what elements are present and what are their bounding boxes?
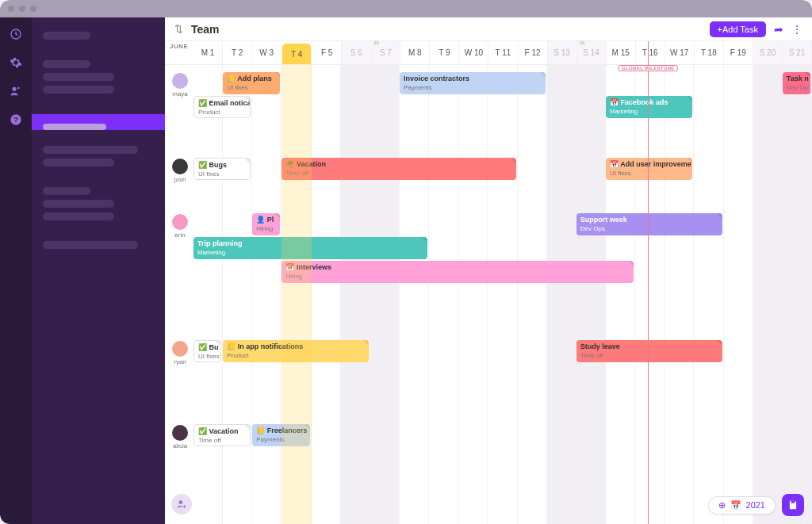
avatar[interactable] bbox=[172, 73, 188, 89]
task-card[interactable]: 📒 Add plansUI fixes bbox=[223, 72, 280, 94]
zoom-icon: ⊕ bbox=[718, 500, 726, 511]
task-card[interactable]: Support weekDev Ops bbox=[576, 213, 722, 235]
nav-item[interactable] bbox=[43, 159, 114, 166]
avatar[interactable] bbox=[172, 341, 188, 357]
window-min-icon[interactable] bbox=[19, 6, 25, 12]
task-tag: UI fixes bbox=[610, 169, 688, 178]
year-label: 2021 bbox=[746, 500, 765, 510]
task-card[interactable]: ✅ BugsUI fixes bbox=[193, 158, 251, 180]
nav-item[interactable] bbox=[43, 241, 138, 249]
person-name: alicia bbox=[168, 442, 192, 449]
task-tag: Marketing bbox=[610, 107, 688, 116]
nav-item[interactable] bbox=[43, 146, 138, 154]
day-header[interactable]: F 5 bbox=[312, 41, 342, 64]
day-header[interactable]: T 11 bbox=[488, 41, 518, 64]
add-person-button[interactable] bbox=[171, 494, 192, 514]
task-card[interactable]: ✅ Email noticaProduct bbox=[193, 96, 251, 118]
day-header[interactable]: F 19 bbox=[724, 41, 753, 64]
day-header[interactable]: S 21 bbox=[783, 41, 812, 64]
day-header[interactable]: W 17 bbox=[665, 41, 695, 64]
share-icon[interactable]: ➦ bbox=[774, 23, 783, 36]
help-icon[interactable]: ? bbox=[9, 113, 23, 127]
task-card[interactable]: 📅 InterviewsHiring bbox=[282, 261, 634, 283]
day-header[interactable]: M 8 bbox=[400, 41, 430, 64]
day-header-row: M 1T 2W 3T 4F 5S 6S 735M 8T 9W 10T 11F 1… bbox=[165, 41, 812, 65]
sidebar-rail: ? bbox=[0, 17, 32, 524]
avatar[interactable] bbox=[172, 159, 188, 174]
day-header[interactable]: T 2 bbox=[223, 41, 252, 64]
task-card[interactable]: 📅 Add user improvemeUI fixes bbox=[606, 158, 692, 180]
nav-item[interactable] bbox=[43, 73, 114, 81]
window-close-icon[interactable] bbox=[8, 6, 14, 12]
task-card[interactable]: ✅ VacationTime off bbox=[193, 424, 251, 446]
save-button[interactable] bbox=[782, 494, 804, 516]
nav-item[interactable] bbox=[43, 32, 90, 40]
nav-item[interactable] bbox=[43, 60, 90, 68]
nav-panel bbox=[32, 17, 165, 524]
person-name: ryan bbox=[168, 358, 192, 365]
svg-point-1 bbox=[12, 87, 16, 91]
task-title: 📅 Facebook ads bbox=[610, 98, 688, 107]
day-header[interactable]: T 9 bbox=[430, 41, 459, 64]
task-card[interactable]: Task nDev Op bbox=[783, 72, 810, 94]
day-header[interactable]: M 1 bbox=[193, 41, 223, 64]
day-header[interactable]: S 13 bbox=[548, 41, 577, 64]
svg-rect-6 bbox=[791, 501, 795, 503]
avatar[interactable] bbox=[172, 425, 188, 441]
task-card[interactable]: 📅 Facebook adsMarketing bbox=[606, 96, 692, 118]
calendar-icon: 📅 bbox=[730, 500, 741, 511]
day-header[interactable]: T 16 bbox=[636, 41, 665, 64]
task-tag: UI fixes bbox=[198, 352, 216, 361]
page-title: Team bbox=[191, 23, 220, 36]
task-tag: Time off bbox=[580, 351, 718, 360]
filter-icon[interactable]: ⇅ bbox=[174, 23, 183, 35]
add-task-button[interactable]: +Add Task bbox=[710, 21, 766, 37]
task-card[interactable]: 🌴 VacationTime off bbox=[282, 158, 515, 180]
task-title: ✅ Vacation bbox=[198, 426, 246, 436]
task-card[interactable]: 👤 PlHiring bbox=[252, 213, 280, 235]
avatar[interactable] bbox=[172, 214, 188, 230]
day-header[interactable]: T 4 bbox=[282, 44, 312, 64]
task-title: 📅 Interviews bbox=[285, 262, 630, 272]
nav-item[interactable] bbox=[43, 200, 114, 208]
svg-point-5 bbox=[179, 500, 183, 504]
task-card[interactable]: Study leaveTime off bbox=[576, 340, 722, 362]
day-header[interactable]: S 20 bbox=[753, 41, 783, 64]
day-header[interactable]: M 15 bbox=[607, 41, 636, 64]
task-tag: Hiring bbox=[285, 272, 630, 281]
day-header[interactable]: T 18 bbox=[695, 41, 724, 64]
day-header[interactable]: S 1436 bbox=[577, 41, 607, 64]
day-header[interactable]: S 6 bbox=[342, 41, 371, 64]
nav-item[interactable] bbox=[43, 212, 114, 220]
day-header[interactable]: W 3 bbox=[252, 41, 282, 64]
logo-icon[interactable] bbox=[9, 27, 23, 41]
svg-point-2 bbox=[17, 87, 20, 90]
task-card[interactable]: ✅ BuUI fixes bbox=[193, 340, 221, 362]
day-header[interactable]: S 735 bbox=[371, 41, 400, 64]
window-max-icon[interactable] bbox=[30, 6, 36, 12]
task-title: Support week bbox=[580, 215, 718, 224]
task-title: Invoice contractors bbox=[404, 74, 542, 83]
header: ⇅ Team +Add Task ➦ ⋮ bbox=[165, 17, 812, 41]
person-name: erin bbox=[168, 231, 192, 239]
more-icon[interactable]: ⋮ bbox=[791, 23, 802, 36]
task-card[interactable]: Invoice contractorsPayments bbox=[400, 72, 546, 94]
person-name: maya bbox=[168, 90, 192, 98]
task-tag: UI fixes bbox=[198, 170, 246, 178]
day-header[interactable]: W 10 bbox=[459, 41, 488, 64]
task-tag: Time off bbox=[285, 169, 511, 178]
nav-item[interactable] bbox=[43, 187, 90, 195]
year-selector[interactable]: ⊕ 📅 2021 bbox=[708, 496, 776, 514]
task-tag: Payments bbox=[404, 83, 542, 92]
task-title: ✅ Email notica bbox=[198, 98, 246, 108]
milestone-line bbox=[648, 41, 649, 524]
task-title: ✅ Bu bbox=[198, 342, 216, 352]
task-title: 👤 Pl bbox=[256, 215, 276, 224]
settings-icon[interactable] bbox=[9, 55, 23, 70]
nav-item[interactable] bbox=[43, 86, 114, 94]
day-header[interactable]: F 12 bbox=[519, 41, 548, 64]
task-tag: Dev Ops bbox=[580, 224, 718, 233]
task-title: 🌴 Vacation bbox=[285, 159, 511, 169]
task-tag: Time off bbox=[198, 436, 246, 445]
people-icon[interactable] bbox=[9, 84, 23, 98]
